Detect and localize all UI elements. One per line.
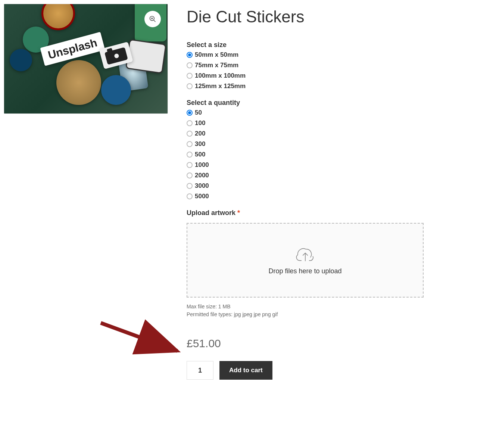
size-option-label: 125mm x 125mm — [195, 83, 246, 90]
quantity-label: Select a quantity — [187, 99, 424, 107]
upload-permitted-types: Permitted file types: jpg jpeg jpe png g… — [187, 311, 424, 318]
quantity-option[interactable]: 100 — [187, 119, 424, 127]
radio-indicator — [187, 120, 193, 126]
radio-indicator — [187, 83, 193, 89]
size-option-label: 50mm x 50mm — [195, 51, 238, 59]
size-option[interactable]: 100mm x 100mm — [187, 72, 424, 80]
size-option[interactable]: 50mm x 50mm — [187, 51, 424, 59]
radio-indicator — [187, 141, 193, 147]
quantity-option-label: 1000 — [195, 161, 209, 169]
product-price: £51.00 — [187, 337, 424, 350]
quantity-option[interactable]: 50 — [187, 109, 424, 116]
required-indicator: * — [237, 209, 240, 217]
size-option[interactable]: 125mm x 125mm — [187, 83, 424, 90]
product-title: Die Cut Stickers — [187, 7, 424, 26]
svg-line-1 — [154, 20, 156, 22]
upload-dropzone[interactable]: Drop files here to upload — [187, 223, 424, 298]
radio-indicator — [187, 131, 193, 137]
radio-indicator — [187, 62, 193, 68]
radio-indicator — [187, 152, 193, 158]
cart-row: Add to cart — [187, 361, 424, 380]
quantity-option[interactable]: 1000 — [187, 161, 424, 169]
product-image-container: Unsplash — [4, 4, 168, 114]
quantity-option-label: 50 — [195, 109, 202, 116]
radio-indicator — [187, 162, 193, 168]
cloud-upload-icon — [295, 246, 315, 263]
quantity-option-label: 200 — [195, 130, 205, 137]
radio-indicator — [187, 110, 193, 116]
magnify-plus-icon — [149, 15, 156, 23]
size-option-label: 75mm x 75mm — [195, 62, 238, 69]
quantity-option[interactable]: 300 — [187, 140, 424, 148]
quantity-option[interactable]: 500 — [187, 151, 424, 158]
quantity-option-label: 500 — [195, 151, 205, 158]
radio-indicator — [187, 73, 193, 79]
size-option[interactable]: 75mm x 75mm — [187, 62, 424, 69]
radio-indicator — [187, 52, 193, 58]
size-label: Select a size — [187, 41, 424, 49]
quantity-option-label: 3000 — [195, 182, 209, 190]
quantity-option[interactable]: 5000 — [187, 193, 424, 200]
cart-quantity-input[interactable] — [187, 361, 213, 380]
quantity-option-label: 300 — [195, 140, 205, 148]
quantity-option[interactable]: 200 — [187, 130, 424, 137]
quantity-option[interactable]: 2000 — [187, 172, 424, 179]
quantity-option-label: 2000 — [195, 172, 209, 179]
quantity-option-label: 5000 — [195, 193, 209, 200]
quantity-option-group: Select a quantity 5010020030050010002000… — [187, 99, 424, 200]
upload-max-size: Max file size: 1 MB — [187, 303, 424, 311]
product-image[interactable]: Unsplash — [4, 4, 168, 113]
upload-drop-text: Drop files here to upload — [268, 267, 341, 275]
size-option-label: 100mm x 100mm — [195, 72, 246, 80]
quantity-option-label: 100 — [195, 119, 205, 127]
quantity-option[interactable]: 3000 — [187, 182, 424, 190]
upload-label-text: Upload artwork — [187, 209, 235, 217]
size-option-group: Select a size 50mm x 50mm75mm x 75mm100m… — [187, 41, 424, 90]
radio-indicator — [187, 172, 193, 178]
upload-label: Upload artwork * — [187, 209, 424, 217]
zoom-button[interactable] — [144, 11, 161, 27]
radio-indicator — [187, 193, 193, 199]
radio-indicator — [187, 183, 193, 189]
add-to-cart-button[interactable]: Add to cart — [219, 361, 272, 380]
